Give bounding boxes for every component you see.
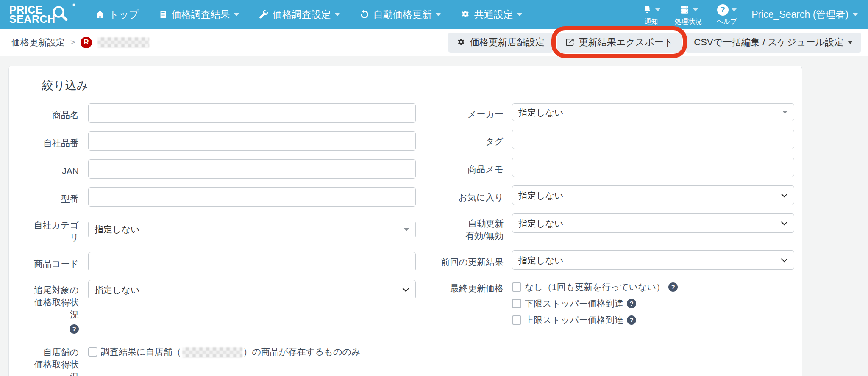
jan-input[interactable] [88, 159, 416, 179]
lower-stopper-checkbox[interactable] [512, 299, 521, 308]
product-name-input[interactable] [88, 103, 416, 123]
nav-item-survey-results[interactable]: 価格調査結果 [159, 8, 239, 21]
product-code-label: 商品コード [26, 254, 79, 270]
tracking-price-status-select[interactable]: 指定しない [88, 280, 416, 299]
filter-form: 商品名 自社品番 JAN 型番 自社カテゴリ [9, 103, 802, 376]
main-menu: トップ 価格調査結果 価格調査設定 自動価格更新 [95, 8, 522, 21]
auto-update-enabled-label: 自動更新 有効/無効 [417, 213, 504, 242]
csv-bulk-edit-button[interactable]: CSVで一括編集 / スケジュール設定 [685, 33, 861, 53]
store-settings-label: 価格更新店舗設定 [470, 36, 545, 49]
auto-update-enabled-select[interactable]: 指定しない [512, 213, 794, 233]
csv-bulk-edit-label: CSVで一括編集 / スケジュール設定 [694, 36, 843, 49]
favorite-select[interactable]: 指定しない [512, 185, 794, 205]
rakuten-shop-icon: R [81, 37, 92, 48]
notifications-menu[interactable]: 通知 [642, 3, 660, 26]
own-shop-exists-checkbox[interactable] [88, 347, 97, 357]
product-memo-input[interactable] [512, 158, 794, 177]
processing-status-menu[interactable]: 処理状況 [675, 3, 702, 26]
bell-icon [642, 5, 652, 15]
chevron-down-icon [436, 13, 441, 16]
tracking-price-status-label: 追尾対象の 価格取得状況 ? [26, 280, 79, 334]
filter-left-column: 商品名 自社品番 JAN 型番 自社カテゴリ [9, 103, 417, 376]
processing-status-label: 処理状況 [675, 17, 702, 26]
redacted-shop-name [182, 347, 242, 358]
nav-right-group: 通知 処理状況 ? ヘルプ Price_Search (管理者) [642, 3, 858, 26]
notifications-label: 通知 [645, 17, 658, 26]
lower-stopper-checkbox-row[interactable]: 下限ストッパー価格到達 ? [512, 297, 794, 310]
chevron-down-icon [234, 13, 239, 16]
filter-title: 絞り込み [42, 78, 802, 93]
nav-item-label: 自動価格更新 [373, 8, 432, 21]
chevron-down-icon [655, 8, 660, 11]
maker-label: メーカー [417, 104, 504, 120]
last-update-result-select[interactable]: 指定しない [512, 250, 794, 270]
nav-item-common-settings[interactable]: 共通設定 [460, 8, 522, 21]
page-body: 絞り込み 商品名 自社品番 JAN 型番 [0, 56, 868, 376]
help-label: ヘルプ [716, 17, 737, 26]
nav-item-label: 共通設定 [474, 8, 513, 21]
breadcrumb: 価格更新設定 > R [11, 36, 149, 48]
help-icon[interactable]: ? [70, 324, 79, 334]
help-icon: ? [717, 4, 729, 16]
refresh-icon [359, 9, 370, 19]
own-item-number-input[interactable] [88, 131, 416, 151]
chevron-down-icon [853, 13, 858, 16]
magnifier-icon [51, 4, 70, 23]
last-update-result-label: 前回の更新結果 [417, 252, 504, 268]
gear-icon [460, 9, 470, 19]
maker-select[interactable]: 指定しない [512, 103, 794, 121]
chevron-down-icon [693, 8, 698, 11]
chevron-down-icon [517, 13, 522, 16]
nav-item-label: トップ [109, 8, 139, 21]
jan-label: JAN [26, 161, 79, 177]
upper-stopper-checkbox-row[interactable]: 上限ストッパー価格到達 ? [512, 314, 794, 326]
help-icon[interactable]: ? [668, 282, 678, 292]
nav-item-survey-settings[interactable]: 価格調査設定 [259, 8, 340, 21]
own-shop-exists-checkbox-row[interactable]: 調査結果に自店舗（）の商品が存在するもののみ [88, 346, 416, 358]
model-number-label: 型番 [26, 189, 79, 205]
home-icon [95, 9, 105, 19]
product-code-input[interactable] [88, 252, 416, 271]
model-number-input[interactable] [88, 187, 416, 207]
breadcrumb-parent-link[interactable]: 価格更新設定 [11, 36, 65, 48]
export-results-button[interactable]: 更新結果エクスポート [557, 33, 682, 53]
nav-item-auto-price-update[interactable]: 自動価格更新 [359, 8, 441, 21]
wrench-icon [259, 9, 269, 19]
filter-right-column: メーカー 指定しない タグ 商品メモ [417, 103, 802, 335]
server-icon [679, 5, 690, 15]
toolbar: 価格更新設定 > R 価格更新店舗設定 更新結果エクスポート CSVで一括編集 … [0, 29, 868, 56]
chevron-down-icon [732, 8, 737, 11]
store-settings-button[interactable]: 価格更新店舗設定 [448, 33, 553, 53]
toolbar-buttons: 価格更新店舗設定 更新結果エクスポート CSVで一括編集 / スケジュール設定 [448, 33, 861, 53]
no-update-checkbox[interactable] [512, 282, 521, 292]
product-name-label: 商品名 [26, 105, 79, 121]
top-nav-bar: PRICE SEARCH トップ 価格調査結果 価格調査設定 [0, 0, 868, 29]
chevron-down-icon [848, 41, 853, 44]
nav-item-label: 価格調査設定 [273, 8, 331, 21]
nav-item-top[interactable]: トップ [95, 8, 139, 21]
export-results-label: 更新結果エクスポート [579, 36, 673, 49]
sparkle-icon [72, 3, 76, 7]
tag-input[interactable] [512, 130, 794, 149]
redacted-shop-name [97, 37, 149, 48]
list-icon [159, 9, 168, 19]
nav-item-label: 価格調査結果 [172, 8, 230, 21]
tag-label: タグ [417, 131, 504, 147]
own-category-select[interactable]: 指定しない [88, 221, 416, 238]
breadcrumb-separator: > [70, 38, 75, 47]
gear-icon [456, 38, 466, 47]
help-icon[interactable]: ? [627, 299, 636, 308]
help-icon[interactable]: ? [627, 315, 636, 325]
export-icon [565, 38, 575, 47]
own-item-number-label: 自社品番 [26, 133, 79, 149]
app-logo[interactable]: PRICE SEARCH [9, 5, 77, 24]
help-menu[interactable]: ? ヘルプ [716, 3, 737, 26]
product-memo-label: 商品メモ [417, 159, 504, 175]
user-name-label: Price_Search (管理者) [751, 8, 849, 21]
favorite-label: お気に入り [417, 187, 504, 203]
chevron-down-icon [335, 13, 340, 16]
user-menu[interactable]: Price_Search (管理者) [751, 8, 858, 21]
upper-stopper-checkbox[interactable] [512, 315, 521, 325]
no-update-checkbox-row[interactable]: なし（1回も更新を行っていない） ? [512, 281, 794, 293]
own-shop-price-status-label: 自店舗の 価格取得状況 ? [26, 342, 79, 376]
